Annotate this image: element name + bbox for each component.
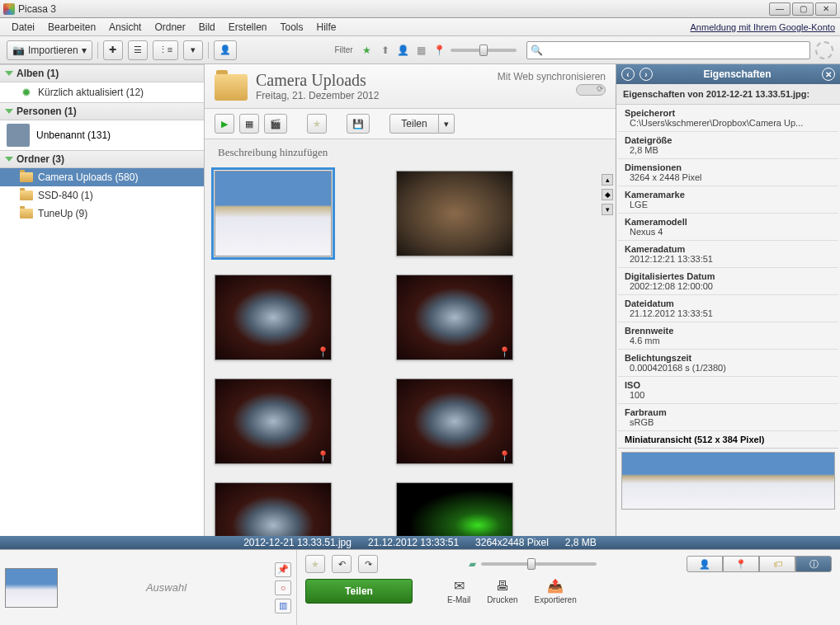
menu-bild[interactable]: Bild — [192, 20, 222, 35]
star-button[interactable]: ★ — [307, 114, 327, 134]
property-value: 100 — [625, 390, 832, 400]
tab-places[interactable]: 📍 — [723, 556, 759, 572]
thumbnail[interactable]: 📍 — [215, 378, 332, 464]
view-details-button[interactable]: ⋮≡ — [153, 40, 178, 60]
geo-pin-icon: 📍 — [317, 450, 329, 462]
view-dropdown-button[interactable]: ▾ — [183, 40, 203, 60]
tab-people[interactable]: 👤 — [687, 556, 723, 572]
properties-prev-button[interactable]: ‹ — [621, 68, 635, 81]
property-row: Brennweite4.6 mm — [618, 322, 838, 350]
sidebar-item-camera-uploads[interactable]: Camera Uploads (580) — [0, 168, 204, 186]
share-button[interactable]: Teilen — [389, 114, 439, 134]
share-dropdown-button[interactable]: ▾ — [439, 114, 455, 134]
filter-upload-icon[interactable]: ⬆ — [378, 43, 393, 58]
menu-ordner[interactable]: Ordner — [148, 20, 191, 35]
menu-hilfe[interactable]: Hilfe — [310, 20, 343, 35]
properties-next-button[interactable]: › — [639, 68, 653, 81]
add-to-album-button[interactable]: ▥ — [275, 599, 291, 613]
scroll-down-button[interactable]: ▾ — [602, 204, 613, 215]
thumbnail[interactable] — [396, 171, 513, 256]
sidebar-item-recent[interactable]: ✹ Kürzlich aktualisiert (12) — [0, 82, 204, 102]
view-list-button[interactable]: ☰ — [128, 40, 148, 60]
sidebar-item-label: TuneUp (9) — [38, 208, 87, 219]
geo-pin-icon: 📍 — [498, 346, 511, 358]
property-label: Belichtungszeit — [625, 353, 832, 363]
filter-date-slider[interactable] — [451, 49, 517, 52]
thumbnail[interactable]: 📍 — [215, 275, 332, 360]
section-title: Personen (1) — [17, 106, 77, 117]
big-share-button[interactable]: Teilen — [305, 579, 413, 604]
menu-erstellen[interactable]: Erstellen — [222, 20, 274, 35]
action-print[interactable]: 🖶 Drucken — [482, 579, 522, 604]
star-toggle-button[interactable]: ★ — [305, 555, 325, 573]
action-export[interactable]: 📤 Exportieren — [530, 578, 582, 604]
property-label: ISO — [625, 380, 832, 390]
scroll-marker[interactable]: ◆ — [602, 189, 613, 200]
tab-tags[interactable]: 🏷 — [759, 556, 795, 572]
save-button[interactable]: 💾 — [347, 114, 370, 134]
import-label: Importieren — [28, 45, 78, 56]
property-label: Speicherort — [625, 108, 832, 118]
hold-selection-button[interactable]: 📌 — [275, 562, 291, 577]
sidebar-section-ordner[interactable]: Ordner (3) — [0, 150, 204, 168]
sidebar-item-ssd-840[interactable]: SSD-840 (1) — [0, 186, 204, 204]
google-login-link[interactable]: Anmeldung mit Ihrem Google-Konto — [691, 22, 835, 32]
action-email[interactable]: ✉ E-Mail — [442, 578, 475, 604]
camera-icon: 📷 — [12, 45, 25, 56]
maximize-button[interactable]: ▢ — [792, 2, 814, 16]
property-label: Brennweite — [625, 326, 832, 336]
property-label: Farbraum — [625, 407, 832, 417]
thumbnail[interactable] — [215, 482, 332, 536]
zoom-slider[interactable]: ▰ — [469, 558, 597, 570]
create-collage-button[interactable]: ▦ — [239, 114, 259, 134]
sidebar-item-tuneup[interactable]: TuneUp (9) — [0, 204, 204, 223]
collapse-icon — [5, 157, 13, 162]
rotate-left-button[interactable]: ↶ — [332, 555, 352, 573]
filter-star-icon[interactable]: ★ — [360, 43, 375, 58]
menu-bearbeiten[interactable]: Bearbeiten — [41, 20, 102, 35]
folder-icon — [20, 209, 33, 219]
search-box[interactable]: 🔍 — [526, 41, 810, 59]
new-album-button[interactable]: ✚ — [103, 40, 123, 60]
menu-datei[interactable]: Datei — [5, 20, 41, 35]
minimize-button[interactable]: — — [769, 2, 790, 16]
close-button[interactable]: ✕ — [815, 2, 837, 16]
import-button[interactable]: 📷 Importieren ▾ — [7, 40, 92, 60]
section-title: Ordner (3) — [17, 153, 64, 165]
properties-close-button[interactable]: ✕ — [822, 68, 835, 81]
action-label: Exportieren — [535, 595, 577, 604]
folder-icon — [215, 74, 248, 101]
album-title: Camera Uploads — [256, 71, 489, 90]
scroll-up-button[interactable]: ▴ — [602, 174, 613, 186]
sidebar-item-unnamed-person[interactable]: Unbenannt (131) — [0, 120, 204, 150]
people-view-button[interactable]: 👤 — [214, 40, 237, 60]
thumbnail[interactable] — [215, 171, 332, 256]
rotate-right-button[interactable]: ↷ — [358, 555, 378, 573]
filter-face-icon[interactable]: 👤 — [396, 43, 411, 58]
sidebar-section-personen[interactable]: Personen (1) — [0, 102, 204, 120]
thumbnail[interactable]: 📍 — [396, 275, 513, 360]
album-header: Camera Uploads Freitag, 21. Dezember 201… — [205, 64, 616, 109]
property-label: Kameramarke — [625, 190, 832, 200]
property-label: Dateigröße — [625, 135, 832, 145]
thumbnail[interactable] — [396, 482, 513, 536]
menu-tools[interactable]: Tools — [273, 20, 309, 35]
tab-info[interactable]: ⓘ — [795, 556, 832, 572]
clear-selection-button[interactable]: ○ — [275, 580, 291, 595]
thumbnail[interactable]: 📍 — [396, 378, 513, 464]
properties-body: SpeicherortC:\Users\kschmerer\Dropbox\Ca… — [616, 105, 840, 536]
bottom-panel: Auswahl 📌 ○ ▥ ★ ↶ ↷ ▰ 👤 📍 🏷 ⓘ Te — [0, 549, 840, 625]
status-date: 21.12.2012 13:33:51 — [368, 537, 459, 548]
sync-toggle[interactable] — [576, 84, 606, 96]
filter-geo-icon[interactable]: 📍 — [432, 43, 447, 58]
selection-thumbnail[interactable] — [5, 568, 58, 608]
menu-ansicht[interactable]: Ansicht — [102, 20, 148, 35]
filter-movie-icon[interactable]: ▦ — [414, 43, 429, 58]
sidebar-section-alben[interactable]: Alben (1) — [0, 64, 204, 82]
create-movie-button[interactable]: 🎬 — [264, 114, 287, 134]
search-input[interactable] — [543, 45, 806, 55]
property-value: 2,8 MB — [625, 145, 832, 155]
album-description-input[interactable]: Beschreibung hinzufügen — [205, 139, 616, 166]
property-row: Dateidatum21.12.2012 13:33:51 — [618, 295, 838, 322]
play-slideshow-button[interactable]: ▶ — [215, 114, 234, 134]
